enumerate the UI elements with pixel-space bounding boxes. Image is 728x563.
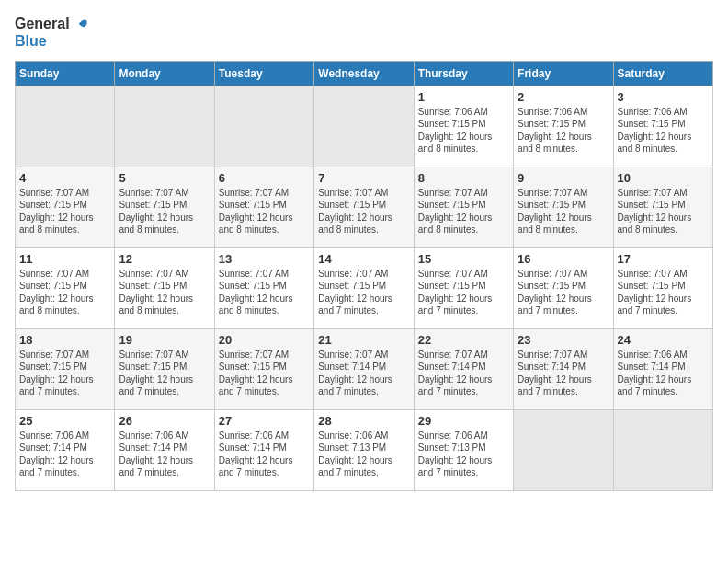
- calendar-cell: 9Sunrise: 7:07 AMSunset: 7:15 PMDaylight…: [514, 167, 613, 247]
- calendar-cell: 23Sunrise: 7:07 AMSunset: 7:14 PMDayligh…: [514, 328, 613, 409]
- cell-content: Sunrise: 7:07 AMSunset: 7:15 PMDaylight:…: [119, 187, 210, 236]
- cell-content: Sunrise: 7:07 AMSunset: 7:15 PMDaylight:…: [219, 349, 310, 398]
- calendar-cell: 3Sunrise: 7:06 AMSunset: 7:15 PMDaylight…: [613, 86, 712, 167]
- calendar-cell: 22Sunrise: 7:07 AMSunset: 7:14 PMDayligh…: [414, 328, 513, 409]
- cell-content: Sunrise: 7:07 AMSunset: 7:15 PMDaylight:…: [618, 187, 709, 236]
- day-number: 23: [518, 333, 609, 347]
- cell-content: Sunrise: 7:07 AMSunset: 7:15 PMDaylight:…: [19, 349, 110, 398]
- day-number: 7: [318, 171, 409, 185]
- calendar-cell: [613, 409, 712, 490]
- week-row-1: 1Sunrise: 7:06 AMSunset: 7:15 PMDaylight…: [16, 86, 713, 167]
- calendar-cell: 8Sunrise: 7:07 AMSunset: 7:15 PMDaylight…: [414, 167, 513, 247]
- calendar-cell: 2Sunrise: 7:06 AMSunset: 7:15 PMDaylight…: [514, 86, 613, 167]
- day-number: 20: [219, 333, 310, 347]
- day-number: 8: [418, 171, 509, 185]
- calendar-cell: 4Sunrise: 7:07 AMSunset: 7:15 PMDaylight…: [16, 167, 115, 247]
- day-number: 27: [219, 414, 310, 428]
- cell-content: Sunrise: 7:06 AMSunset: 7:14 PMDaylight:…: [119, 430, 210, 479]
- cell-content: Sunrise: 7:06 AMSunset: 7:14 PMDaylight:…: [219, 430, 310, 479]
- day-number: 21: [318, 333, 409, 347]
- cell-content: Sunrise: 7:07 AMSunset: 7:15 PMDaylight:…: [19, 187, 110, 236]
- calendar-cell: 20Sunrise: 7:07 AMSunset: 7:15 PMDayligh…: [214, 328, 313, 409]
- week-row-4: 18Sunrise: 7:07 AMSunset: 7:15 PMDayligh…: [16, 328, 713, 409]
- day-header-wednesday: Wednesday: [314, 61, 414, 86]
- day-number: 5: [119, 171, 210, 185]
- calendar-cell: 29Sunrise: 7:06 AMSunset: 7:13 PMDayligh…: [414, 409, 513, 490]
- day-number: 14: [318, 252, 409, 266]
- day-number: 19: [119, 333, 210, 347]
- logo-svg: General Blue: [15, 15, 88, 50]
- cell-content: Sunrise: 7:06 AMSunset: 7:13 PMDaylight:…: [318, 430, 409, 479]
- calendar-cell: 18Sunrise: 7:07 AMSunset: 7:15 PMDayligh…: [16, 328, 115, 409]
- logo-general: General: [15, 16, 70, 32]
- day-number: 11: [19, 252, 110, 266]
- week-row-5: 25Sunrise: 7:06 AMSunset: 7:14 PMDayligh…: [16, 409, 713, 490]
- cell-content: Sunrise: 7:07 AMSunset: 7:15 PMDaylight:…: [518, 268, 609, 317]
- calendar-cell: 6Sunrise: 7:07 AMSunset: 7:15 PMDaylight…: [214, 167, 313, 247]
- cell-content: Sunrise: 7:07 AMSunset: 7:15 PMDaylight:…: [618, 268, 709, 317]
- cell-content: Sunrise: 7:06 AMSunset: 7:15 PMDaylight:…: [518, 106, 609, 155]
- calendar-cell: 28Sunrise: 7:06 AMSunset: 7:13 PMDayligh…: [314, 409, 414, 490]
- calendar-cell: 7Sunrise: 7:07 AMSunset: 7:15 PMDaylight…: [314, 167, 414, 247]
- calendar-cell: [115, 86, 214, 167]
- day-number: 24: [618, 333, 709, 347]
- calendar-cell: 21Sunrise: 7:07 AMSunset: 7:14 PMDayligh…: [314, 328, 414, 409]
- cell-content: Sunrise: 7:07 AMSunset: 7:15 PMDaylight:…: [219, 268, 310, 317]
- day-number: 3: [618, 90, 709, 104]
- cell-content: Sunrise: 7:07 AMSunset: 7:14 PMDaylight:…: [318, 349, 409, 398]
- cell-content: Sunrise: 7:07 AMSunset: 7:15 PMDaylight:…: [518, 187, 609, 236]
- cell-content: Sunrise: 7:07 AMSunset: 7:15 PMDaylight:…: [418, 268, 509, 317]
- calendar-cell: 19Sunrise: 7:07 AMSunset: 7:15 PMDayligh…: [115, 328, 214, 409]
- calendar-cell: 17Sunrise: 7:07 AMSunset: 7:15 PMDayligh…: [613, 247, 712, 328]
- logo: General Blue: [15, 15, 88, 50]
- day-number: 29: [418, 414, 509, 428]
- cell-content: Sunrise: 7:07 AMSunset: 7:14 PMDaylight:…: [518, 349, 609, 398]
- day-header-monday: Monday: [115, 61, 214, 86]
- day-number: 13: [219, 252, 310, 266]
- day-number: 4: [19, 171, 110, 185]
- cell-content: Sunrise: 7:07 AMSunset: 7:15 PMDaylight:…: [19, 268, 110, 317]
- week-row-3: 11Sunrise: 7:07 AMSunset: 7:15 PMDayligh…: [16, 247, 713, 328]
- logo-blue: Blue: [15, 33, 88, 50]
- calendar-cell: 27Sunrise: 7:06 AMSunset: 7:14 PMDayligh…: [214, 409, 313, 490]
- cell-content: Sunrise: 7:07 AMSunset: 7:14 PMDaylight:…: [418, 349, 509, 398]
- week-row-2: 4Sunrise: 7:07 AMSunset: 7:15 PMDaylight…: [16, 167, 713, 247]
- calendar-cell: [214, 86, 313, 167]
- calendar-cell: 25Sunrise: 7:06 AMSunset: 7:14 PMDayligh…: [16, 409, 115, 490]
- calendar-cell: 13Sunrise: 7:07 AMSunset: 7:15 PMDayligh…: [214, 247, 313, 328]
- day-number: 17: [618, 252, 709, 266]
- day-header-friday: Friday: [514, 61, 613, 86]
- day-number: 10: [618, 171, 709, 185]
- day-header-tuesday: Tuesday: [214, 61, 313, 86]
- cell-content: Sunrise: 7:06 AMSunset: 7:15 PMDaylight:…: [618, 106, 709, 155]
- day-number: 9: [518, 171, 609, 185]
- calendar-cell: 12Sunrise: 7:07 AMSunset: 7:15 PMDayligh…: [115, 247, 214, 328]
- day-number: 18: [19, 333, 110, 347]
- cell-content: Sunrise: 7:06 AMSunset: 7:15 PMDaylight:…: [418, 106, 509, 155]
- cell-content: Sunrise: 7:07 AMSunset: 7:15 PMDaylight:…: [318, 187, 409, 236]
- calendar-cell: 1Sunrise: 7:06 AMSunset: 7:15 PMDaylight…: [414, 86, 513, 167]
- cell-content: Sunrise: 7:06 AMSunset: 7:14 PMDaylight:…: [19, 430, 110, 479]
- cell-content: Sunrise: 7:06 AMSunset: 7:13 PMDaylight:…: [418, 430, 509, 479]
- header: General Blue: [15, 15, 713, 50]
- day-number: 25: [19, 414, 110, 428]
- calendar-table: SundayMondayTuesdayWednesdayThursdayFrid…: [15, 61, 713, 491]
- calendar-cell: 24Sunrise: 7:06 AMSunset: 7:14 PMDayligh…: [613, 328, 712, 409]
- day-header-sunday: Sunday: [16, 61, 115, 86]
- cell-content: Sunrise: 7:07 AMSunset: 7:15 PMDaylight:…: [119, 349, 210, 398]
- calendar-cell: 14Sunrise: 7:07 AMSunset: 7:15 PMDayligh…: [314, 247, 414, 328]
- day-number: 22: [418, 333, 509, 347]
- day-number: 12: [119, 252, 210, 266]
- day-number: 28: [318, 414, 409, 428]
- calendar-cell: [514, 409, 613, 490]
- day-number: 15: [418, 252, 509, 266]
- calendar-cell: 26Sunrise: 7:06 AMSunset: 7:14 PMDayligh…: [115, 409, 214, 490]
- day-number: 26: [119, 414, 210, 428]
- day-number: 6: [219, 171, 310, 185]
- calendar-cell: [16, 86, 115, 167]
- calendar-cell: 11Sunrise: 7:07 AMSunset: 7:15 PMDayligh…: [16, 247, 115, 328]
- logo-bird-icon: [70, 15, 88, 33]
- day-number: 16: [518, 252, 609, 266]
- calendar-cell: 15Sunrise: 7:07 AMSunset: 7:15 PMDayligh…: [414, 247, 513, 328]
- cell-content: Sunrise: 7:07 AMSunset: 7:15 PMDaylight:…: [119, 268, 210, 317]
